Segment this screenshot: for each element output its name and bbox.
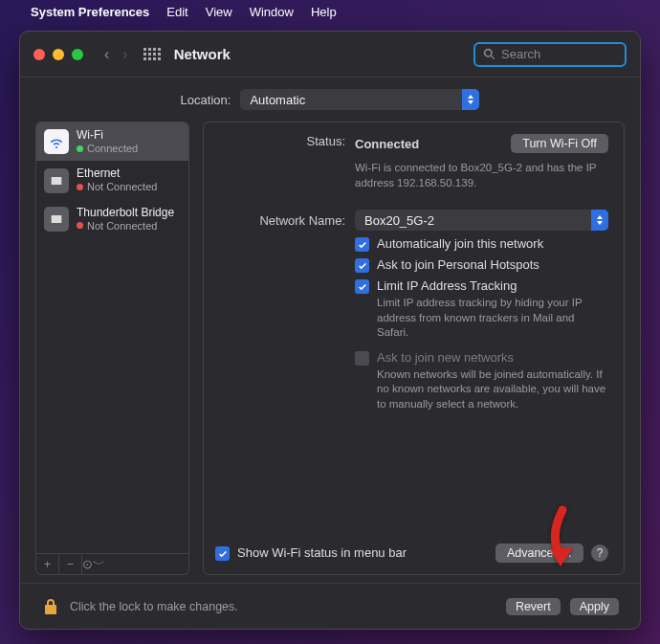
location-row: Location: Automatic [20,78,640,122]
ethernet-icon [44,168,69,193]
search-input[interactable]: Search [473,42,627,67]
remove-service-button[interactable]: − [59,555,82,574]
status-dot-icon [77,145,83,152]
checkbox-show-menu[interactable]: Show Wi-Fi status in menu bar [215,545,407,561]
network-name-value: Box20_5G-2 [364,213,434,228]
status-dot-icon [77,222,83,229]
checkbox-limit-ip[interactable]: Limit IP Address Tracking [355,278,608,294]
service-name: Ethernet [77,167,157,181]
window-footer: Click the lock to make changes. Revert A… [20,583,640,629]
network-name-label: Network Name: [215,213,345,228]
checkbox-label: Ask to join new networks [377,350,514,365]
search-icon [483,48,495,60]
close-icon[interactable] [33,49,45,60]
menu-window[interactable]: Window [250,5,294,19]
forward-button[interactable]: › [122,46,127,63]
status-label: Status: [215,134,345,153]
menubar: System Preferences Edit View Window Help [0,0,660,23]
checkbox-label: Limit IP Address Tracking [377,278,517,293]
lock-text: Click the lock to make changes. [70,600,238,613]
checkbox-icon [355,279,369,294]
thunderbolt-icon [44,207,69,232]
traffic-lights [33,49,83,60]
status-dot-icon [77,184,83,190]
checkbox-label: Show Wi-Fi status in menu bar [237,545,407,560]
prefs-window: ‹ › Network Search Location: Automatic [19,31,641,630]
checkbox-icon [215,546,230,561]
service-wifi[interactable]: Wi-Fi Connected [36,122,188,161]
add-service-button[interactable]: + [36,555,59,574]
service-actions-button[interactable]: ⊙﹀ [82,555,105,574]
titlebar: ‹ › Network Search [20,32,640,78]
lock-icon[interactable] [41,597,60,616]
location-select[interactable]: Automatic [240,89,479,110]
network-name-select[interactable]: Box20_5G-2 [355,210,608,231]
wifi-toggle-button[interactable]: Turn Wi-Fi Off [511,134,608,153]
limit-ip-desc: Limit IP address tracking by hiding your… [377,296,608,341]
services-controls: + − ⊙﹀ [35,554,189,575]
checkbox-icon [355,351,369,366]
menubar-app[interactable]: System Preferences [31,5,149,19]
status-desc: Wi-Fi is connected to Box20_5G-2 and has… [355,161,608,190]
checkbox-icon [355,237,369,252]
services-list: Wi-Fi Connected Ethernet Not Connected [35,122,189,554]
checkbox-label: Ask to join Personal Hotspots [377,257,539,272]
location-value: Automatic [250,93,305,107]
checkbox-label: Automatically join this network [377,236,543,251]
menu-help[interactable]: Help [311,5,337,19]
service-status: Not Connected [77,181,157,193]
show-all-icon[interactable] [143,48,161,60]
window-title: Network [174,46,231,62]
services-sidebar: Wi-Fi Connected Ethernet Not Connected [35,122,189,575]
wifi-icon [44,129,69,154]
menu-edit[interactable]: Edit [166,5,187,19]
service-ethernet[interactable]: Ethernet Not Connected [36,161,188,199]
minimize-icon[interactable] [53,49,64,60]
apply-button[interactable]: Apply [570,598,619,615]
revert-button[interactable]: Revert [506,598,561,615]
advanced-button[interactable]: Advanced… [495,544,583,563]
service-name: Thunderbolt Bridge [77,207,174,220]
checkbox-hotspots[interactable]: Ask to join Personal Hotspots [355,257,608,273]
chevron-updown-icon [462,89,479,110]
menu-view[interactable]: View [206,5,232,19]
back-button[interactable]: ‹ [104,46,109,63]
search-placeholder: Search [501,47,540,61]
nav-buttons: ‹ › [104,46,128,63]
chevron-updown-icon [591,210,608,231]
status-value: Connected [355,137,419,151]
service-name: Wi-Fi [77,129,138,143]
service-status: Connected [77,143,138,155]
checkbox-icon [355,258,369,273]
detail-pane: Status: Connected Turn Wi-Fi Off Wi-Fi i… [203,122,625,575]
help-button[interactable]: ? [591,544,608,562]
checkbox-ask-new[interactable]: Ask to join new networks [355,350,608,366]
location-label: Location: [181,93,231,107]
service-status: Not Connected [77,220,174,233]
service-thunderbolt[interactable]: Thunderbolt Bridge Not Connected [36,200,188,238]
checkbox-auto-join[interactable]: Automatically join this network [355,236,608,252]
ask-new-desc: Known networks will be joined automatica… [377,367,608,412]
zoom-icon[interactable] [72,49,83,60]
